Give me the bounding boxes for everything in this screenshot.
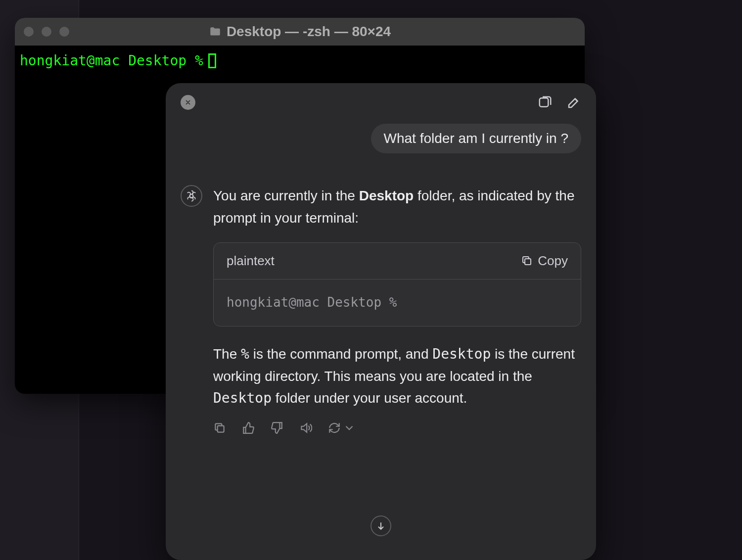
terminal-titlebar: Desktop — -zsh — 80×24 (15, 18, 585, 46)
copy-button[interactable]: Copy (521, 251, 568, 272)
regenerate-icon[interactable] (328, 421, 341, 434)
compose-icon[interactable] (566, 95, 581, 110)
close-button[interactable] (181, 95, 195, 110)
chat-overlay: What folder am I currently in ? You are … (166, 83, 596, 560)
svg-rect-3 (218, 426, 224, 432)
chat-header (181, 95, 581, 110)
terminal-title: Desktop — -zsh — 80×24 (227, 24, 391, 40)
scroll-down-button[interactable] (371, 515, 391, 536)
user-message-row: What folder am I currently in ? (181, 124, 581, 153)
inline-code-desktop-2: Desktop (213, 390, 272, 406)
svg-rect-0 (540, 98, 549, 107)
minimize-window-button[interactable] (42, 27, 51, 37)
folder-icon (209, 25, 222, 38)
assistant-paragraph-1: You are currently in the Desktop folder,… (213, 185, 581, 230)
window-icon[interactable] (538, 95, 553, 110)
thumbs-up-icon[interactable] (242, 421, 255, 434)
copy-label: Copy (538, 251, 568, 272)
assistant-paragraph-2: The % is the command prompt, and Desktop… (213, 343, 581, 410)
code-content: hongkiat@mac Desktop % (214, 280, 581, 326)
maximize-window-button[interactable] (59, 27, 69, 37)
chevron-down-icon[interactable] (343, 421, 356, 434)
assistant-message: You are currently in the Desktop folder,… (213, 185, 581, 434)
thumbs-down-icon[interactable] (271, 421, 283, 434)
close-window-button[interactable] (24, 27, 34, 37)
read-aloud-icon[interactable] (299, 421, 312, 434)
traffic-lights (24, 27, 69, 37)
code-block: plaintext Copy hongkiat@mac Desktop % (213, 242, 581, 327)
message-actions (213, 421, 581, 434)
terminal-body[interactable]: hongkiat@mac Desktop % (15, 46, 585, 76)
terminal-cursor (208, 53, 216, 68)
inline-code-percent: % (241, 346, 249, 362)
code-block-header: plaintext Copy (214, 243, 581, 280)
terminal-prompt: hongkiat@mac Desktop % (20, 52, 203, 69)
user-message: What folder am I currently in ? (371, 124, 581, 153)
copy-message-icon[interactable] (213, 421, 226, 434)
assistant-message-row: You are currently in the Desktop folder,… (181, 185, 581, 434)
svg-rect-2 (525, 259, 531, 265)
assistant-avatar (181, 185, 202, 207)
inline-code-desktop-1: Desktop (432, 346, 491, 362)
code-language-label: plaintext (227, 251, 275, 272)
highlighted-folder-name: Desktop (359, 188, 414, 203)
